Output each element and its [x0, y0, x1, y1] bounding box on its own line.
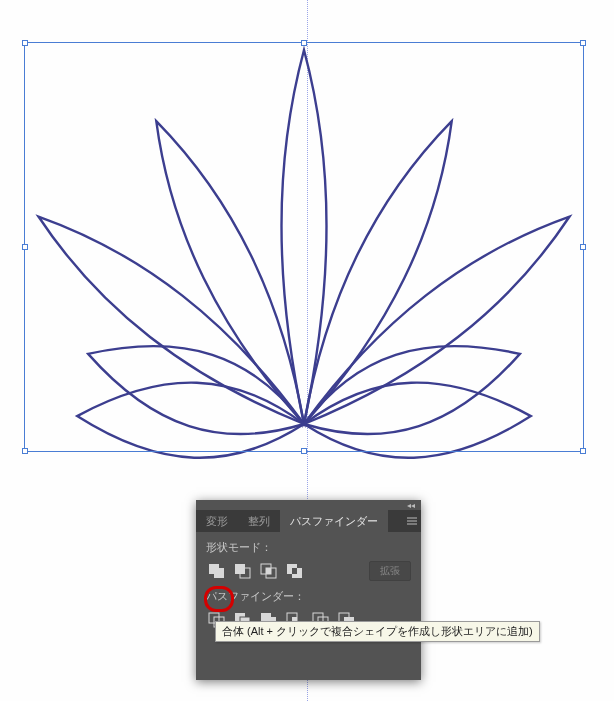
selection-bounding-box[interactable]: [24, 42, 584, 452]
resize-handle[interactable]: [301, 40, 307, 46]
pathfinder-label: パスファインダー：: [206, 589, 411, 604]
svg-rect-4: [214, 568, 224, 578]
pathfinder-panel: ◂◂ 変形 整列 パスファインダー 形状モード： 拡張 パスファインダー：: [196, 500, 421, 680]
svg-rect-9: [266, 568, 271, 574]
tab-transform[interactable]: 変形: [196, 510, 238, 532]
resize-handle[interactable]: [301, 448, 307, 454]
panel-tabs: 変形 整列 パスファインダー: [196, 510, 421, 532]
shape-mode-row: 拡張: [206, 561, 411, 581]
resize-handle[interactable]: [22, 244, 28, 250]
resize-handle[interactable]: [22, 448, 28, 454]
shape-mode-label: 形状モード：: [206, 540, 411, 555]
minus-front-icon[interactable]: [232, 561, 254, 581]
svg-rect-12: [292, 568, 297, 574]
tooltip: 合体 (Alt + クリックで複合シェイプを作成し形状エリアに追加): [215, 621, 540, 642]
unite-icon[interactable]: [206, 561, 228, 581]
resize-handle[interactable]: [580, 40, 586, 46]
tab-align[interactable]: 整列: [238, 510, 280, 532]
expand-button: 拡張: [369, 561, 411, 581]
collapse-icon[interactable]: ◂◂: [407, 501, 415, 510]
intersect-icon[interactable]: [258, 561, 280, 581]
resize-handle[interactable]: [580, 244, 586, 250]
exclude-icon[interactable]: [284, 561, 306, 581]
resize-handle[interactable]: [580, 448, 586, 454]
panel-grip[interactable]: ◂◂: [196, 500, 421, 510]
canvas[interactable]: [0, 0, 614, 490]
resize-handle[interactable]: [22, 40, 28, 46]
panel-menu-icon[interactable]: [403, 510, 421, 532]
tab-pathfinder[interactable]: パスファインダー: [280, 510, 388, 532]
